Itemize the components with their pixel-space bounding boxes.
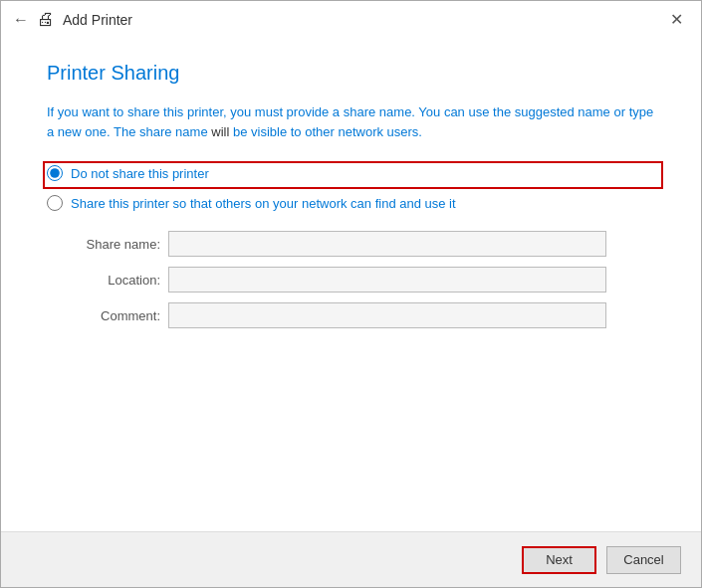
field-row-sharename: Share name: <box>71 231 655 257</box>
back-button[interactable]: ← <box>13 11 29 29</box>
radio-no-share[interactable]: Do not share this printer <box>47 165 655 181</box>
description: If you want to share this printer, you m… <box>47 102 655 141</box>
description-text-will: will <box>211 124 229 139</box>
next-button[interactable]: Next <box>522 546 596 574</box>
footer: Next Cancel <box>1 531 701 587</box>
description-text-2: be visible to other network users. <box>229 124 422 139</box>
field-row-comment: Comment: <box>71 302 655 328</box>
location-input[interactable] <box>168 267 606 293</box>
radio-group: Do not share this printer Share this pri… <box>47 165 655 211</box>
window-title: Add Printer <box>63 12 132 28</box>
radio-share-label: Share this printer so that others on you… <box>71 196 456 211</box>
title-bar: ← 🖨 Add Printer ✕ <box>1 1 701 38</box>
radio-no-share-label: Do not share this printer <box>71 166 209 181</box>
printer-icon: 🖨 <box>37 9 55 30</box>
share-name-label: Share name: <box>71 237 160 252</box>
window: ← 🖨 Add Printer ✕ Printer Sharing If you… <box>0 0 702 588</box>
field-row-location: Location: <box>71 267 655 293</box>
comment-input[interactable] <box>168 302 606 328</box>
cancel-button[interactable]: Cancel <box>606 546 681 574</box>
location-label: Location: <box>71 273 160 288</box>
section-title: Printer Sharing <box>47 62 655 85</box>
share-fields: Share name: Location: Comment: <box>71 231 655 328</box>
title-bar-left: ← 🖨 Add Printer <box>13 9 132 30</box>
radio-share[interactable]: Share this printer so that others on you… <box>47 195 655 211</box>
share-name-input[interactable] <box>168 231 606 257</box>
radio-share-input[interactable] <box>47 195 63 211</box>
comment-label: Comment: <box>71 308 160 323</box>
close-button[interactable]: ✕ <box>664 10 689 30</box>
radio-no-share-input[interactable] <box>47 165 63 181</box>
main-content: Printer Sharing If you want to share thi… <box>1 38 701 531</box>
